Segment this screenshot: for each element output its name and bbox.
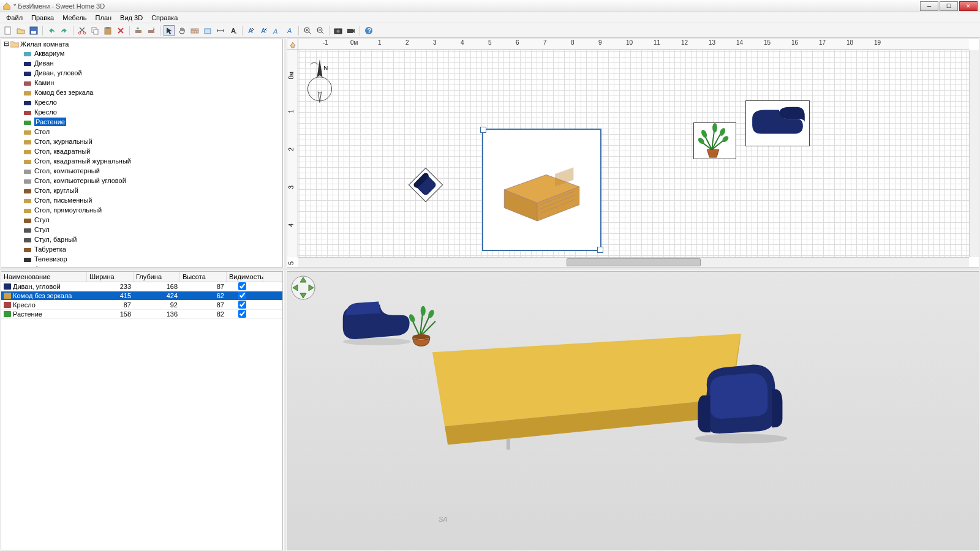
table-row[interactable]: Диван, угловой23316887 xyxy=(1,282,282,291)
row-visibility-checkbox[interactable] xyxy=(238,282,246,290)
svg-rect-64 xyxy=(507,438,510,449)
col-header-height[interactable]: Высота xyxy=(180,272,227,282)
room-tool[interactable] xyxy=(202,25,213,36)
import-furniture-button[interactable] xyxy=(146,25,157,36)
svg-point-70 xyxy=(413,334,430,339)
pan-tool[interactable] xyxy=(176,25,187,36)
catalog-item[interactable]: Кресло xyxy=(1,97,282,107)
text-decrease-button[interactable]: A xyxy=(284,25,295,36)
add-furniture-button[interactable] xyxy=(133,25,144,36)
plan-horizontal-scrollbar[interactable] xyxy=(298,257,969,267)
catalog-item[interactable]: Кресло xyxy=(1,107,282,117)
plan-object-plant[interactable] xyxy=(693,122,736,159)
3d-view[interactable]: SA xyxy=(287,271,979,550)
row-visibility-checkbox[interactable] xyxy=(238,301,246,309)
minimize-button[interactable]: ─ xyxy=(920,1,938,11)
help-button[interactable]: ? xyxy=(363,25,374,36)
plan-grid[interactable]: N xyxy=(298,50,969,257)
catalog-item[interactable]: Стол, журнальный xyxy=(1,137,282,146)
zoom-in-button[interactable] xyxy=(302,25,313,36)
catalog-item[interactable]: Комод без зеркала xyxy=(1,88,282,97)
wall-tool[interactable] xyxy=(189,25,200,36)
menu-help[interactable]: Справка xyxy=(148,13,181,22)
3d-nav-control[interactable] xyxy=(291,276,315,300)
catalog-category[interactable]: ⊟ Жилая комната xyxy=(1,39,282,48)
catalog-item[interactable]: Камин xyxy=(1,78,282,88)
row-name: Кресло xyxy=(13,301,36,309)
cut-button[interactable] xyxy=(77,25,88,36)
svg-rect-36 xyxy=(24,160,31,164)
catalog-item[interactable]: Стол, прямоугольный xyxy=(1,205,282,215)
snapshot-button[interactable] xyxy=(333,25,344,36)
catalog-item[interactable]: Стул xyxy=(1,215,282,225)
col-header-depth[interactable]: Глубина xyxy=(134,272,180,282)
text-bold-button[interactable]: A xyxy=(246,25,257,36)
text-italic-button[interactable]: A xyxy=(258,25,270,36)
catalog-item[interactable]: Табуретка xyxy=(1,244,282,254)
right-splitter[interactable] xyxy=(286,268,980,271)
tree-collapse-icon[interactable]: ⊟ xyxy=(4,40,9,48)
text-tool[interactable]: A xyxy=(228,25,239,36)
zoom-out-button[interactable] xyxy=(315,25,326,36)
menu-3d[interactable]: Вид 3D xyxy=(116,13,146,22)
menu-plan[interactable]: План xyxy=(92,13,116,22)
catalog-item[interactable]: Стол, круглый xyxy=(1,186,282,195)
maximize-button[interactable]: ☐ xyxy=(940,1,958,11)
undo-button[interactable] xyxy=(46,25,57,36)
catalog-item[interactable]: Стол, компьютерный xyxy=(1,166,282,176)
row-depth: 136 xyxy=(134,310,180,318)
left-splitter[interactable] xyxy=(0,268,284,271)
catalog-item[interactable]: Аквариум xyxy=(1,48,282,58)
menu-file[interactable]: Файл xyxy=(2,13,26,22)
table-row[interactable]: Комод без зеркала41542462 xyxy=(1,291,282,301)
titlebar: * БезИмени - Sweet Home 3D ─ ☐ ✕ xyxy=(0,0,980,12)
ruler-tick: 0м xyxy=(350,39,358,46)
plan-vertical-scrollbar[interactable] xyxy=(969,50,979,257)
catalog-item[interactable]: Растение xyxy=(1,117,282,127)
col-header-width[interactable]: Ширина xyxy=(87,272,134,282)
row-visibility-checkbox[interactable] xyxy=(238,310,246,318)
compass-icon[interactable]: N xyxy=(304,56,335,105)
select-tool[interactable] xyxy=(164,25,175,36)
furniture-icon xyxy=(4,283,11,290)
delete-button[interactable] xyxy=(115,25,126,36)
catalog-item[interactable]: Стол, квадратный журнальный xyxy=(1,156,282,166)
catalog-item-label: Аквариум xyxy=(34,49,64,58)
text-increase-button[interactable]: A xyxy=(271,25,282,36)
catalog-item[interactable]: Телевизор xyxy=(1,254,282,264)
catalog-item[interactable]: Диван xyxy=(1,58,282,68)
catalog-item[interactable]: Стол, квадратный xyxy=(1,146,282,156)
col-header-name[interactable]: Наименование xyxy=(1,272,87,282)
dimension-tool[interactable] xyxy=(215,25,226,36)
catalog-item[interactable]: Стул, барный xyxy=(1,234,282,244)
menu-furniture[interactable]: Мебель xyxy=(59,13,90,22)
plan-object-chair[interactable] xyxy=(409,168,443,203)
redo-button[interactable] xyxy=(59,25,70,36)
save-button[interactable] xyxy=(28,25,39,36)
catalog-item-label: Стол, прямоугольный xyxy=(34,206,102,214)
table-row[interactable]: Кресло879287 xyxy=(1,301,282,310)
table-row[interactable]: Растение15813682 xyxy=(1,310,282,319)
copy-button[interactable] xyxy=(89,25,100,36)
menu-edit[interactable]: Правка xyxy=(28,13,58,22)
plan-object-commode-selected[interactable] xyxy=(482,129,601,251)
video-button[interactable] xyxy=(345,25,356,36)
catalog-item[interactable]: Стол xyxy=(1,127,282,137)
plan-object-sofa[interactable] xyxy=(745,100,810,146)
paste-button[interactable] xyxy=(102,25,113,36)
furniture-table[interactable]: Наименование Ширина Глубина Высота Видим… xyxy=(1,271,283,550)
new-button[interactable] xyxy=(2,25,13,36)
furniture-catalog[interactable]: ⊟ Жилая комната АквариумДиванДиван, угло… xyxy=(1,39,283,268)
catalog-item[interactable]: Стул xyxy=(1,225,282,234)
svg-rect-0 xyxy=(5,27,10,34)
catalog-item[interactable]: Фортепьяно xyxy=(1,264,282,268)
close-button[interactable]: ✕ xyxy=(959,1,978,11)
svg-rect-46 xyxy=(24,258,31,262)
col-header-visibility[interactable]: Видимость xyxy=(227,272,263,282)
catalog-item[interactable]: Стол, письменный xyxy=(1,195,282,205)
plan-view[interactable]: -10м12345678910111213141516171819 0м1234… xyxy=(287,39,979,268)
open-button[interactable] xyxy=(15,25,26,36)
catalog-item[interactable]: Стол, компьютерный угловой xyxy=(1,176,282,186)
row-visibility-checkbox[interactable] xyxy=(238,291,246,299)
catalog-item[interactable]: Диван, угловой xyxy=(1,68,282,78)
